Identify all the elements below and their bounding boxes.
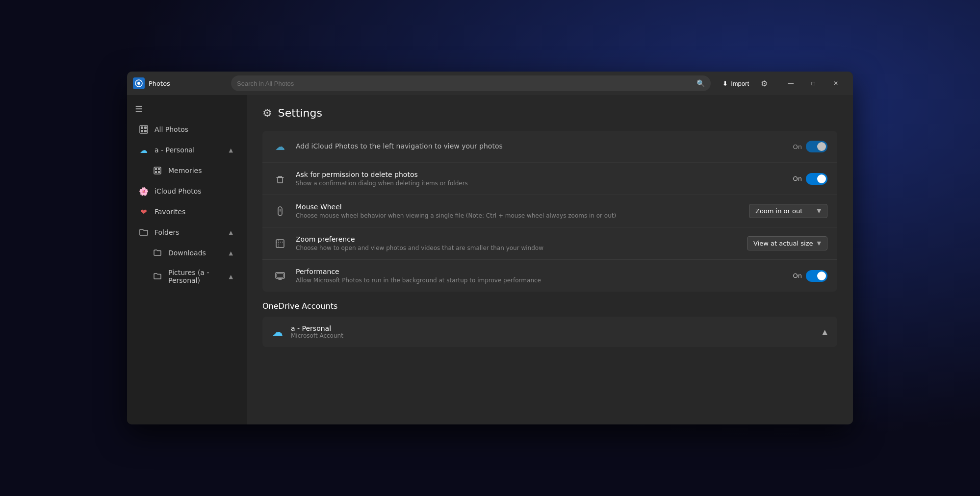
performance-row-desc: Allow Microsoft Photos to run in the bac… <box>296 277 785 284</box>
page-title: Settings <box>278 107 322 119</box>
maximize-button[interactable]: □ <box>802 75 825 91</box>
mousewheel-row-text: Mouse Wheel Choose mouse wheel behavior … <box>296 203 741 219</box>
svg-rect-8 <box>154 167 161 174</box>
zoom-row-desc: Choose how to open and view photos and v… <box>296 245 739 251</box>
a-personal-label: a - Personal <box>155 146 223 154</box>
settings-header-icon: ⚙ <box>262 107 272 119</box>
memories-label: Memories <box>168 167 233 174</box>
svg-rect-12 <box>158 171 160 173</box>
settings-button[interactable]: ⚙ <box>759 77 770 90</box>
icloud-row-text: Add iCloud Photos to the left navigation… <box>296 142 785 151</box>
titlebar-left: Photos <box>133 77 231 89</box>
sidebar-item-downloads[interactable]: Downloads ▲ <box>129 243 243 263</box>
import-icon: ⬇ <box>722 80 728 87</box>
icloud-label: iCloud Photos <box>155 187 233 195</box>
performance-row-control: On <box>793 270 827 282</box>
zoom-row-icon <box>272 236 288 251</box>
icloud-row-control: On <box>793 141 827 152</box>
mousewheel-row-icon <box>272 203 288 219</box>
settings-content: ⚙ Settings ☁ Add iCloud Photos to the le… <box>247 95 853 424</box>
minimize-button[interactable]: — <box>779 75 802 91</box>
svg-rect-11 <box>155 171 157 173</box>
delete-toggle-label: On <box>793 175 802 182</box>
performance-row-title: Performance <box>296 268 785 275</box>
close-button[interactable]: ✕ <box>825 75 847 91</box>
delete-row-title: Ask for permission to delete photos <box>296 171 785 178</box>
onedrive-account-icon: ☁ <box>272 326 283 338</box>
downloads-label: Downloads <box>168 249 223 257</box>
titlebar-right: ⬇ Import ⚙ — □ ✕ <box>719 75 847 91</box>
mousewheel-row-control: Zoom in or out ▼ <box>749 204 827 218</box>
svg-rect-4 <box>141 126 143 129</box>
performance-row-text: Performance Allow Microsoft Photos to ru… <box>296 268 785 284</box>
zoom-row-control: View at actual size ▼ <box>747 236 827 250</box>
import-button[interactable]: ⬇ Import <box>719 78 753 89</box>
icloud-row-title: Add iCloud Photos to the left navigation… <box>296 142 785 150</box>
mousewheel-row-desc: Choose mouse wheel behavior when viewing… <box>296 212 741 219</box>
svg-rect-5 <box>144 126 147 129</box>
mousewheel-dropdown-chevron: ▼ <box>817 208 821 214</box>
delete-row-control: On <box>793 173 827 185</box>
search-bar[interactable]: 🔍 <box>231 75 711 91</box>
app-window: Photos 🔍 ⬇ Import ⚙ — □ ✕ ☰ <box>127 72 853 424</box>
sidebar-item-favorites[interactable]: ❤ Favorites <box>129 202 243 222</box>
onedrive-account-chevron: ▲ <box>822 328 827 336</box>
pictures-chevron: ▲ <box>229 273 233 280</box>
search-input[interactable] <box>237 80 693 87</box>
import-label: Import <box>731 80 749 87</box>
main-content: ☰ All Photos ☁ a - Personal <box>127 95 853 424</box>
settings-row-mousewheel: Mouse Wheel Choose mouse wheel behavior … <box>262 195 837 227</box>
zoom-dropdown-chevron: ▼ <box>817 240 821 247</box>
performance-toggle[interactable] <box>806 270 827 282</box>
icloud-toggle[interactable] <box>806 141 827 152</box>
svg-point-2 <box>137 82 140 85</box>
mousewheel-row-title: Mouse Wheel <box>296 203 741 211</box>
svg-rect-18 <box>277 273 284 277</box>
downloads-icon <box>153 248 162 258</box>
zoom-row-title: Zoom preference <box>296 235 739 243</box>
all-photos-icon <box>139 124 149 134</box>
settings-card: ☁ Add iCloud Photos to the left navigati… <box>262 131 837 292</box>
a-personal-icon: ☁ <box>139 145 149 155</box>
downloads-chevron: ▲ <box>229 250 233 256</box>
sidebar-item-icloud[interactable]: 🌸 iCloud Photos <box>129 181 243 201</box>
search-icon: 🔍 <box>696 79 705 87</box>
svg-rect-13 <box>278 177 283 183</box>
icloud-toggle-label: On <box>793 143 802 150</box>
delete-row-icon <box>272 171 288 187</box>
onedrive-account-card[interactable]: ☁ a - Personal Microsoft Account ▲ <box>262 317 837 347</box>
sidebar-item-pictures[interactable]: Pictures (a - Personal) ▲ <box>129 264 243 289</box>
settings-row-delete: Ask for permission to delete photos Show… <box>262 163 837 195</box>
settings-row-zoom: Zoom preference Choose how to open and v… <box>262 227 837 260</box>
svg-rect-6 <box>141 130 143 132</box>
svg-rect-16 <box>276 240 284 248</box>
sidebar-item-folders[interactable]: Folders ▲ <box>129 223 243 242</box>
all-photos-label: All Photos <box>155 125 233 133</box>
favorites-icon: ❤ <box>139 207 149 217</box>
sidebar-item-memories[interactable]: Memories <box>129 161 243 180</box>
zoom-dropdown[interactable]: View at actual size ▼ <box>747 236 827 250</box>
sidebar-item-all-photos[interactable]: All Photos <box>129 120 243 139</box>
onedrive-account-name: a - Personal <box>291 324 814 332</box>
delete-row-text: Ask for permission to delete photos Show… <box>296 171 785 187</box>
icloud-row-icon: ☁ <box>272 139 288 154</box>
sidebar: ☰ All Photos ☁ a - Personal <box>127 95 245 424</box>
memories-icon <box>153 166 162 175</box>
a-personal-chevron: ▲ <box>229 147 233 153</box>
page-header: ⚙ Settings <box>262 107 837 119</box>
mousewheel-dropdown[interactable]: Zoom in or out ▼ <box>749 204 827 218</box>
delete-row-desc: Show a confirmation dialog when deleting… <box>296 180 785 187</box>
sidebar-item-a-personal[interactable]: ☁ a - Personal ▲ <box>129 140 243 160</box>
zoom-dropdown-value: View at actual size <box>753 240 813 247</box>
svg-rect-9 <box>155 168 157 170</box>
settings-row-performance: Performance Allow Microsoft Photos to ru… <box>262 260 837 292</box>
zoom-row-text: Zoom preference Choose how to open and v… <box>296 235 739 251</box>
sidebar-toggle[interactable]: ☰ <box>127 99 245 119</box>
folders-label: Folders <box>155 228 223 236</box>
performance-toggle-label: On <box>793 272 802 279</box>
app-icon <box>133 77 145 89</box>
folders-icon <box>139 227 149 237</box>
mousewheel-dropdown-value: Zoom in or out <box>755 207 802 215</box>
delete-toggle[interactable] <box>806 173 827 185</box>
app-title: Photos <box>149 80 170 87</box>
